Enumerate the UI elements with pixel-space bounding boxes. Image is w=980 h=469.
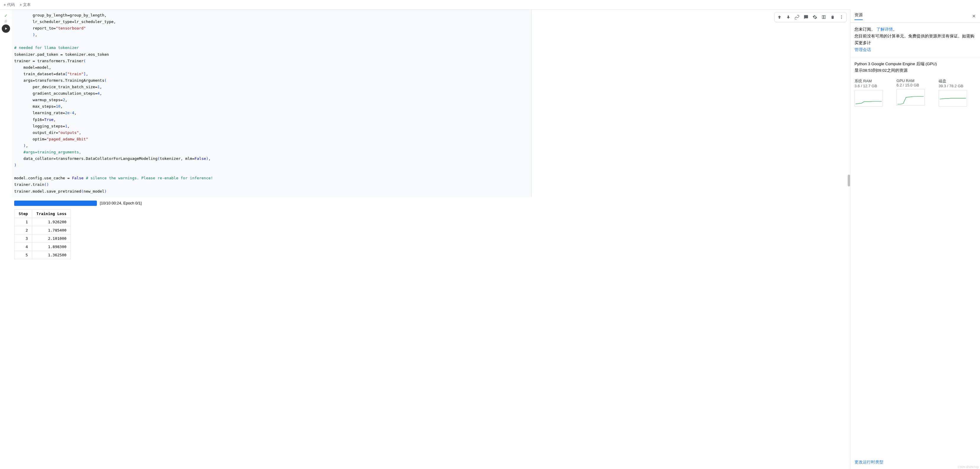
progress-text: [10/10 00:24, Epoch 0/1] bbox=[100, 201, 142, 205]
run-button[interactable] bbox=[2, 24, 10, 33]
code-cell: ✓ 步 bbox=[0, 10, 850, 263]
disk-chart: 磁盘 39.3 / 78.2 GB bbox=[939, 78, 976, 108]
add-code-button[interactable]: + 代码 bbox=[3, 2, 15, 7]
table-row: 32.101000 bbox=[14, 234, 71, 242]
col-loss: Training Loss bbox=[32, 209, 71, 218]
plus-icon: + bbox=[3, 2, 6, 7]
cell-gutter: ✓ 步 bbox=[0, 10, 12, 263]
manage-sessions-link[interactable]: 管理会话 bbox=[854, 48, 871, 52]
step-label: 步 bbox=[5, 19, 7, 23]
svg-point-2 bbox=[841, 18, 842, 19]
resources-panel: 资源 ✕ 您未订阅。 了解详情。 您目前没有可用的计算单元。免费提供的资源并没有… bbox=[850, 10, 980, 469]
notebook-column: ✓ 步 bbox=[0, 10, 850, 469]
table-row: 51.362500 bbox=[14, 251, 71, 259]
gear-icon[interactable] bbox=[811, 13, 819, 21]
move-down-button[interactable] bbox=[784, 13, 792, 21]
change-runtime-link[interactable]: 更改运行时类型 bbox=[854, 460, 883, 464]
mirror-icon[interactable] bbox=[819, 13, 828, 21]
training-loss-table: Step Training Loss 11.926200 21.785400 3… bbox=[14, 209, 71, 259]
cell-toolbar bbox=[775, 12, 846, 22]
add-text-label: 文本 bbox=[23, 2, 31, 7]
svg-point-0 bbox=[841, 15, 842, 16]
move-up-button[interactable] bbox=[775, 13, 784, 21]
learn-more-link[interactable]: 了解详情 bbox=[876, 27, 893, 32]
ram-chart: 系统 RAM 3.6 / 12.7 GB bbox=[854, 78, 892, 108]
watermark: CSDN @whichxjy bbox=[958, 466, 979, 468]
add-code-label: 代码 bbox=[7, 2, 15, 7]
svg-point-1 bbox=[841, 17, 842, 18]
plus-icon: + bbox=[19, 2, 22, 7]
code-editor[interactable]: group_by_length=group_by_length, lr_sche… bbox=[12, 10, 531, 197]
trash-icon[interactable] bbox=[829, 13, 837, 21]
comment-icon[interactable] bbox=[802, 13, 810, 21]
panel-title[interactable]: 资源 bbox=[854, 13, 863, 20]
close-icon[interactable]: ✕ bbox=[972, 14, 976, 19]
table-row: 21.785400 bbox=[14, 226, 71, 234]
more-icon[interactable] bbox=[837, 13, 846, 21]
top-toolbar: + 代码 + 文本 bbox=[0, 0, 980, 10]
check-icon: ✓ bbox=[4, 13, 8, 18]
col-step: Step bbox=[14, 209, 32, 218]
add-text-button[interactable]: + 文本 bbox=[19, 2, 31, 7]
subscription-notice: 您未订阅。 了解详情。 您目前没有可用的计算单元。免费提供的资源并没有保证。如需… bbox=[850, 23, 980, 57]
progress-bar bbox=[14, 201, 97, 206]
link-icon[interactable] bbox=[793, 13, 801, 21]
gpu-chart: GPU RAM 6.2 / 15.0 GB bbox=[896, 78, 934, 108]
backend-label: Python 3 Google Compute Engine 后端 (GPU) bbox=[854, 61, 976, 67]
time-range-label: 显示08:53到09:02之间的资源 bbox=[854, 68, 976, 73]
table-row: 11.926200 bbox=[14, 218, 71, 226]
table-row: 41.898300 bbox=[14, 242, 71, 251]
cell-output: [10/10 00:24, Epoch 0/1] Step Training L… bbox=[12, 197, 850, 263]
scrollbar-thumb[interactable] bbox=[848, 174, 850, 186]
